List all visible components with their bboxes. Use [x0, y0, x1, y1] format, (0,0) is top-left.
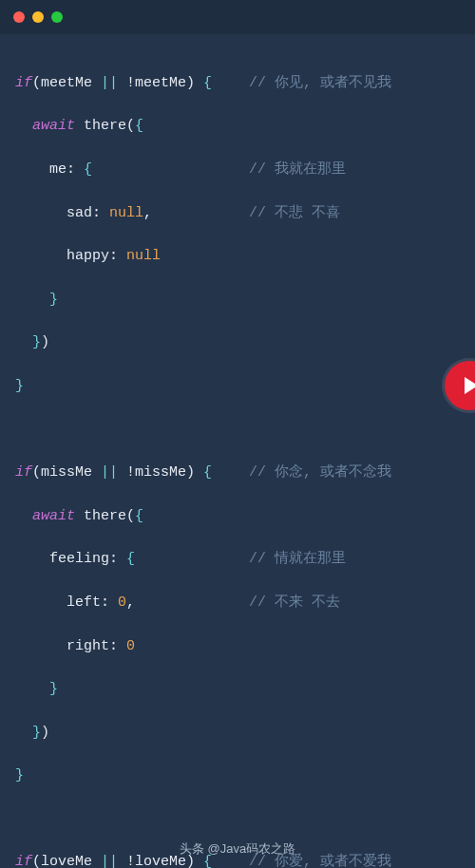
property: happy:	[15, 248, 126, 264]
footer-attribution: 头条 @Java码农之路	[0, 840, 475, 859]
code-text: there(	[75, 508, 135, 524]
null-literal: null	[109, 205, 143, 221]
property: right:	[15, 638, 126, 654]
brace: }	[32, 725, 41, 741]
keyword-if: if	[15, 464, 32, 481]
keyword-if: if	[15, 75, 32, 91]
property: left:	[15, 594, 118, 611]
comma: ,	[126, 594, 135, 611]
comment: // 你念, 或者不念我	[249, 462, 391, 484]
number-literal: 0	[126, 638, 135, 654]
indent	[15, 681, 49, 697]
indent	[15, 118, 32, 134]
comment: // 不悲 不喜	[249, 203, 340, 225]
code-text: !meetMe)	[118, 75, 203, 91]
comment: // 你见, 或者不见我	[249, 73, 391, 95]
code-text: !missMe)	[118, 464, 203, 481]
close-icon[interactable]	[13, 11, 25, 23]
code-text: (meetMe	[32, 75, 101, 91]
keyword-await: await	[32, 508, 75, 524]
property: feeling:	[15, 551, 126, 567]
brace: }	[15, 767, 24, 783]
brace: }	[49, 681, 58, 697]
brace: }	[15, 378, 24, 394]
brace: {	[203, 464, 212, 481]
minimize-icon[interactable]	[32, 11, 44, 23]
brace: {	[203, 75, 212, 91]
brace: }	[32, 334, 41, 350]
play-triangle-icon	[465, 377, 475, 394]
brace: }	[49, 292, 58, 308]
window-titlebar	[0, 0, 475, 34]
paren: )	[41, 725, 49, 741]
indent	[15, 508, 32, 524]
operator: ||	[101, 75, 118, 91]
operator: ||	[101, 464, 118, 481]
indent	[15, 725, 32, 741]
code-text: there(	[75, 118, 135, 134]
paren: )	[41, 334, 49, 350]
comma: ,	[143, 205, 152, 221]
comment: // 我就在那里	[249, 160, 346, 181]
number-literal: 0	[118, 594, 126, 611]
code-text: (missMe	[32, 464, 101, 481]
brace: {	[84, 161, 92, 178]
indent	[15, 292, 49, 308]
keyword-await: await	[32, 118, 75, 134]
indent	[15, 334, 32, 350]
editor-window: if(meetMe || !meetMe) { // 你见, 或者不见我 awa…	[0, 0, 475, 868]
property: sad:	[15, 205, 109, 221]
brace: {	[135, 508, 143, 524]
brace: {	[135, 118, 143, 134]
comment: // 不来 不去	[249, 593, 340, 614]
brace: {	[126, 551, 135, 567]
comment: // 情就在那里	[249, 549, 346, 571]
code-editor: if(meetMe || !meetMe) { // 你见, 或者不见我 awa…	[0, 34, 475, 868]
property: me:	[15, 161, 84, 178]
zoom-icon[interactable]	[51, 11, 63, 23]
null-literal: null	[126, 248, 161, 264]
